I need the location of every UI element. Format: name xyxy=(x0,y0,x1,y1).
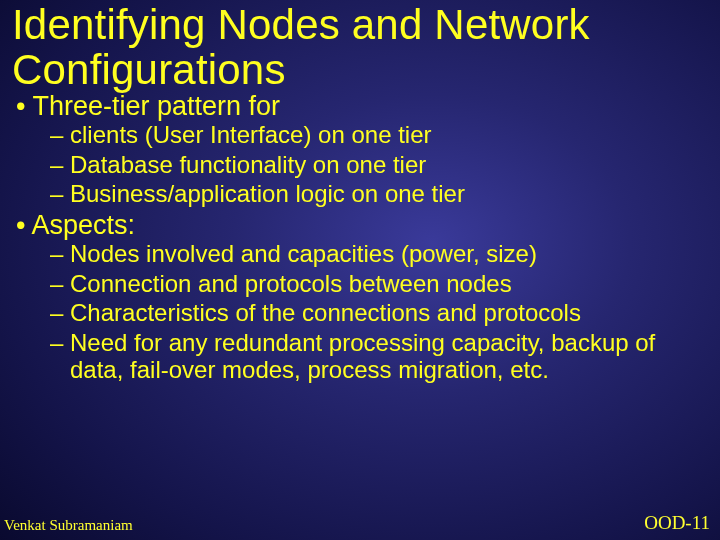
sub-bullet-redundant: – Need for any redundant processing capa… xyxy=(12,329,708,384)
footer-author: Venkat Subramaniam xyxy=(4,517,133,534)
bullet-aspects: • Aspects: xyxy=(12,210,708,240)
sub-bullet-clients: – clients (User Interface) on one tier xyxy=(12,121,708,149)
sub-bullet-connection-protocols: – Connection and protocols between nodes xyxy=(12,270,708,298)
slide-body: • Three-tier pattern for – clients (User… xyxy=(12,91,708,384)
slide: Identifying Nodes and Network Configurat… xyxy=(0,0,720,540)
sub-bullet-characteristics: – Characteristics of the connections and… xyxy=(12,299,708,327)
bullet-three-tier: • Three-tier pattern for xyxy=(12,91,708,121)
sub-bullet-business-logic: – Business/application logic on one tier xyxy=(12,180,708,208)
footer-pagenum: OOD-11 xyxy=(644,512,710,534)
page-title: Identifying Nodes and Network Configurat… xyxy=(12,2,708,93)
sub-bullet-nodes-capacities: – Nodes involved and capacities (power, … xyxy=(12,240,708,268)
sub-bullet-database: – Database functionality on one tier xyxy=(12,151,708,179)
